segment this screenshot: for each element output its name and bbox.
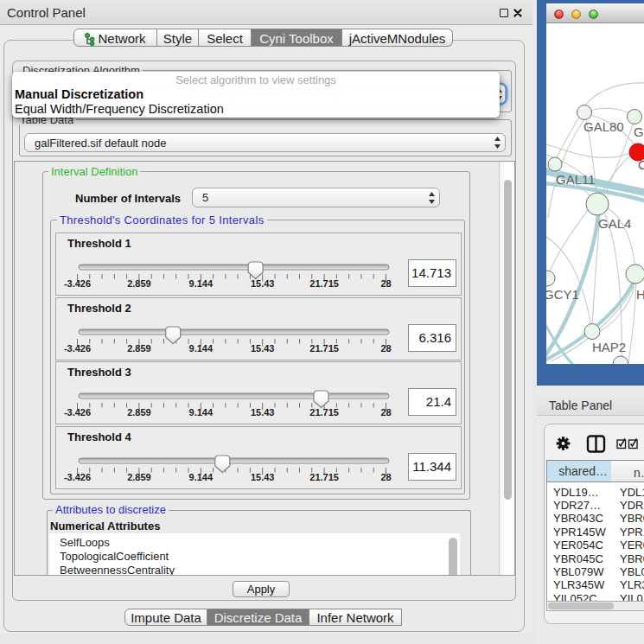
svg-text:2.859: 2.859 [127, 342, 151, 353]
svg-text:GAL80: GAL80 [583, 119, 624, 134]
svg-text:H: H [636, 287, 644, 302]
svg-text:GAL4: GAL4 [598, 216, 631, 231]
svg-text:GCY1: GCY1 [546, 287, 579, 302]
svg-text:2.859: 2.859 [127, 278, 151, 289]
svg-text:C: C [638, 157, 644, 172]
svg-text:9.144: 9.144 [189, 278, 214, 289]
svg-text:15.43: 15.43 [251, 342, 275, 353]
svg-text:28: 28 [380, 278, 391, 289]
svg-text:21.715: 21.715 [309, 278, 339, 289]
svg-text:21.715: 21.715 [309, 342, 339, 353]
svg-text:15.43: 15.43 [251, 471, 275, 481]
svg-text:-3.426: -3.426 [64, 342, 91, 353]
svg-text:HAP2: HAP2 [592, 340, 626, 354]
svg-text:15.43: 15.43 [251, 407, 275, 418]
svg-text:21.715: 21.715 [309, 471, 339, 481]
svg-text:-3.426: -3.426 [64, 407, 91, 418]
svg-text:-3.426: -3.426 [64, 278, 91, 289]
svg-text:2.859: 2.859 [127, 471, 151, 481]
svg-text:GA: GA [634, 124, 644, 139]
svg-text:28: 28 [380, 342, 391, 353]
svg-text:-3.426: -3.426 [64, 471, 91, 481]
svg-text:2.859: 2.859 [127, 407, 151, 418]
svg-text:9.144: 9.144 [189, 471, 214, 481]
svg-text:21.715: 21.715 [309, 407, 339, 418]
svg-text:9.144: 9.144 [189, 407, 214, 418]
svg-text:28: 28 [380, 471, 391, 481]
svg-text:9.144: 9.144 [189, 342, 214, 353]
svg-text:GAL11: GAL11 [556, 172, 596, 187]
svg-text:28: 28 [380, 407, 391, 418]
svg-text:15.43: 15.43 [251, 278, 275, 289]
